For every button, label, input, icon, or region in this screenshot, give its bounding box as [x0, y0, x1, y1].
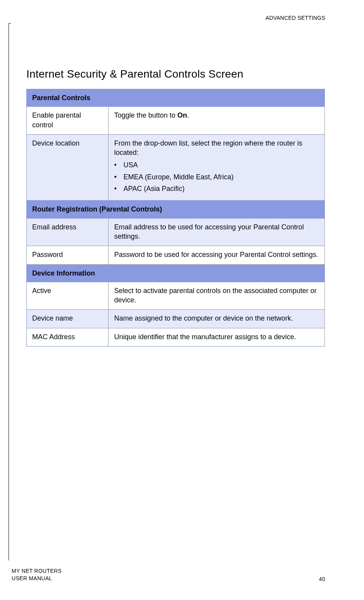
- page-number: 40: [319, 576, 325, 582]
- section-header-label: Device Information: [27, 264, 325, 282]
- chapter-label: ADVANCED SETTINGS: [266, 15, 325, 21]
- page-title: Internet Security & Parental Controls Sc…: [26, 68, 325, 80]
- setting-description: Password to be used for accessing your P…: [109, 246, 325, 264]
- region-list: USA EMEA (Europe, Middle East, Africa) A…: [114, 160, 319, 193]
- setting-description: Unique identifier that the manufacturer …: [109, 328, 325, 346]
- setting-label: Enable parental control: [27, 107, 109, 135]
- table-row: Enable parental control Toggle the butto…: [27, 107, 325, 135]
- setting-label: Password: [27, 246, 109, 264]
- section-header-label: Parental Controls: [27, 89, 325, 107]
- desc-text: .: [187, 111, 189, 119]
- footer-line1: MY NET ROUTERS: [12, 567, 62, 575]
- footer-doc-title: MY NET ROUTERS USER MANUAL: [12, 567, 62, 582]
- table-row: Email address Email address to be used f…: [27, 218, 325, 246]
- section-header-router-registration: Router Registration (Parental Controls): [27, 201, 325, 218]
- settings-table: Parental Controls Enable parental contro…: [26, 89, 325, 347]
- table-row: Active Select to activate parental contr…: [27, 282, 325, 310]
- desc-text: Toggle the button to: [114, 111, 177, 119]
- setting-description: Email address to be used for accessing y…: [109, 218, 325, 246]
- setting-description: Toggle the button to On.: [109, 107, 325, 135]
- section-header-label: Router Registration (Parental Controls): [27, 201, 325, 218]
- setting-description: From the drop-down list, select the regi…: [109, 134, 325, 200]
- content-area: Internet Security & Parental Controls Sc…: [26, 68, 325, 347]
- page-footer: MY NET ROUTERS USER MANUAL 40: [12, 567, 325, 582]
- setting-label: Device name: [27, 310, 109, 328]
- section-header-device-information: Device Information: [27, 264, 325, 282]
- table-row: Device name Name assigned to the compute…: [27, 310, 325, 328]
- desc-intro: From the drop-down list, select the regi…: [114, 139, 319, 158]
- setting-label: Active: [27, 282, 109, 310]
- section-header-parental-controls: Parental Controls: [27, 89, 325, 107]
- list-item: USA: [114, 160, 319, 170]
- crop-frame: [9, 23, 11, 560]
- setting-label: MAC Address: [27, 328, 109, 346]
- desc-bold: On: [178, 111, 187, 119]
- list-item: APAC (Asia Pacific): [114, 184, 319, 193]
- setting-label: Device location: [27, 134, 109, 200]
- table-row: MAC Address Unique identifier that the m…: [27, 328, 325, 346]
- table-row: Password Password to be used for accessi…: [27, 246, 325, 264]
- setting-label: Email address: [27, 218, 109, 246]
- setting-description: Select to activate parental controls on …: [109, 282, 325, 310]
- footer-line2: USER MANUAL: [12, 575, 62, 582]
- setting-description: Name assigned to the computer or device …: [109, 310, 325, 328]
- list-item: EMEA (Europe, Middle East, Africa): [114, 172, 319, 182]
- table-row: Device location From the drop-down list,…: [27, 134, 325, 200]
